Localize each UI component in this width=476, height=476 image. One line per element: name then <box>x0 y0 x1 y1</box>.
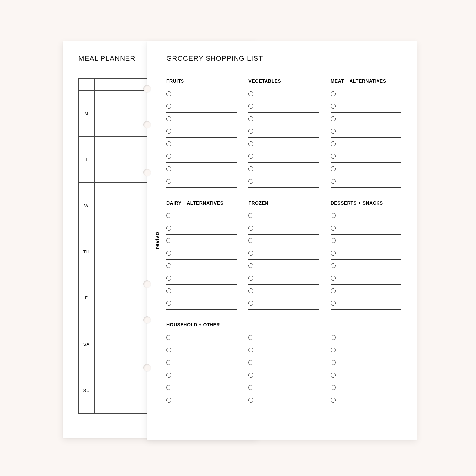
checkbox-circle-icon[interactable] <box>331 288 336 293</box>
checkbox-circle-icon[interactable] <box>166 398 171 403</box>
checkbox-circle-icon[interactable] <box>248 373 253 378</box>
grocery-item-line[interactable] <box>331 331 401 344</box>
grocery-item-line[interactable] <box>331 222 401 235</box>
checkbox-circle-icon[interactable] <box>248 91 253 96</box>
checkbox-circle-icon[interactable] <box>331 116 336 121</box>
grocery-item-line[interactable] <box>331 344 401 356</box>
checkbox-circle-icon[interactable] <box>248 288 253 293</box>
checkbox-circle-icon[interactable] <box>166 154 171 159</box>
grocery-item-line[interactable] <box>331 125 401 138</box>
grocery-item-line[interactable] <box>331 138 401 150</box>
grocery-item-line[interactable] <box>248 247 319 260</box>
grocery-item-line[interactable] <box>331 210 401 222</box>
checkbox-circle-icon[interactable] <box>166 385 171 390</box>
grocery-item-line[interactable] <box>248 356 319 369</box>
checkbox-circle-icon[interactable] <box>166 276 171 281</box>
grocery-item-line[interactable] <box>166 100 237 113</box>
checkbox-circle-icon[interactable] <box>166 373 171 378</box>
grocery-item-line[interactable] <box>166 210 237 222</box>
checkbox-circle-icon[interactable] <box>331 335 336 340</box>
grocery-item-line[interactable] <box>248 222 319 235</box>
checkbox-circle-icon[interactable] <box>248 213 253 218</box>
checkbox-circle-icon[interactable] <box>248 251 253 256</box>
checkbox-circle-icon[interactable] <box>331 238 336 243</box>
grocery-item-line[interactable] <box>331 175 401 188</box>
grocery-item-line[interactable] <box>166 113 237 125</box>
checkbox-circle-icon[interactable] <box>331 129 336 134</box>
checkbox-circle-icon[interactable] <box>331 263 336 268</box>
grocery-item-line[interactable] <box>331 285 401 297</box>
checkbox-circle-icon[interactable] <box>166 179 171 184</box>
grocery-item-line[interactable] <box>248 297 319 310</box>
checkbox-circle-icon[interactable] <box>331 91 336 96</box>
grocery-item-line[interactable] <box>166 369 237 381</box>
checkbox-circle-icon[interactable] <box>248 385 253 390</box>
grocery-item-line[interactable] <box>248 260 319 272</box>
grocery-item-line[interactable] <box>331 88 401 100</box>
grocery-item-line[interactable] <box>248 113 319 125</box>
checkbox-circle-icon[interactable] <box>248 129 253 134</box>
grocery-item-line[interactable] <box>166 222 237 235</box>
grocery-item-line[interactable] <box>248 381 319 394</box>
checkbox-circle-icon[interactable] <box>248 263 253 268</box>
checkbox-circle-icon[interactable] <box>248 154 253 159</box>
checkbox-circle-icon[interactable] <box>248 360 253 365</box>
grocery-item-line[interactable] <box>248 394 319 406</box>
checkbox-circle-icon[interactable] <box>248 398 253 403</box>
checkbox-circle-icon[interactable] <box>331 141 336 146</box>
checkbox-circle-icon[interactable] <box>331 226 336 231</box>
checkbox-circle-icon[interactable] <box>248 335 253 340</box>
grocery-item-line[interactable] <box>166 138 237 150</box>
checkbox-circle-icon[interactable] <box>248 141 253 146</box>
grocery-item-line[interactable] <box>166 344 237 356</box>
checkbox-circle-icon[interactable] <box>166 129 171 134</box>
grocery-item-line[interactable] <box>166 272 237 285</box>
grocery-item-line[interactable] <box>248 150 319 163</box>
checkbox-circle-icon[interactable] <box>166 238 171 243</box>
checkbox-circle-icon[interactable] <box>331 301 336 306</box>
grocery-item-line[interactable] <box>248 285 319 297</box>
grocery-item-line[interactable] <box>248 125 319 138</box>
grocery-item-line[interactable] <box>331 247 401 260</box>
checkbox-circle-icon[interactable] <box>331 385 336 390</box>
checkbox-circle-icon[interactable] <box>331 398 336 403</box>
checkbox-circle-icon[interactable] <box>331 251 336 256</box>
checkbox-circle-icon[interactable] <box>166 166 171 171</box>
checkbox-circle-icon[interactable] <box>166 104 171 109</box>
grocery-item-line[interactable] <box>248 235 319 247</box>
checkbox-circle-icon[interactable] <box>166 116 171 121</box>
checkbox-circle-icon[interactable] <box>331 104 336 109</box>
checkbox-circle-icon[interactable] <box>166 301 171 306</box>
grocery-item-line[interactable] <box>331 163 401 175</box>
grocery-item-line[interactable] <box>166 125 237 138</box>
grocery-item-line[interactable] <box>166 235 237 247</box>
grocery-item-line[interactable] <box>248 272 319 285</box>
grocery-item-line[interactable] <box>248 163 319 175</box>
grocery-item-line[interactable] <box>331 100 401 113</box>
checkbox-circle-icon[interactable] <box>331 154 336 159</box>
checkbox-circle-icon[interactable] <box>331 276 336 281</box>
checkbox-circle-icon[interactable] <box>331 179 336 184</box>
grocery-item-line[interactable] <box>331 260 401 272</box>
checkbox-circle-icon[interactable] <box>166 263 171 268</box>
grocery-item-line[interactable] <box>248 88 319 100</box>
grocery-item-line[interactable] <box>166 285 237 297</box>
grocery-item-line[interactable] <box>166 331 237 344</box>
grocery-item-line[interactable] <box>166 356 237 369</box>
grocery-item-line[interactable] <box>331 113 401 125</box>
grocery-item-line[interactable] <box>331 356 401 369</box>
grocery-item-line[interactable] <box>331 381 401 394</box>
grocery-item-line[interactable] <box>331 150 401 163</box>
grocery-item-line[interactable] <box>331 394 401 406</box>
grocery-item-line[interactable] <box>248 100 319 113</box>
grocery-item-line[interactable] <box>248 369 319 381</box>
grocery-item-line[interactable] <box>331 297 401 310</box>
grocery-item-line[interactable] <box>166 394 237 406</box>
checkbox-circle-icon[interactable] <box>166 251 171 256</box>
grocery-item-line[interactable] <box>166 247 237 260</box>
checkbox-circle-icon[interactable] <box>248 104 253 109</box>
checkbox-circle-icon[interactable] <box>166 213 171 218</box>
checkbox-circle-icon[interactable] <box>248 226 253 231</box>
checkbox-circle-icon[interactable] <box>331 348 336 352</box>
checkbox-circle-icon[interactable] <box>331 166 336 171</box>
